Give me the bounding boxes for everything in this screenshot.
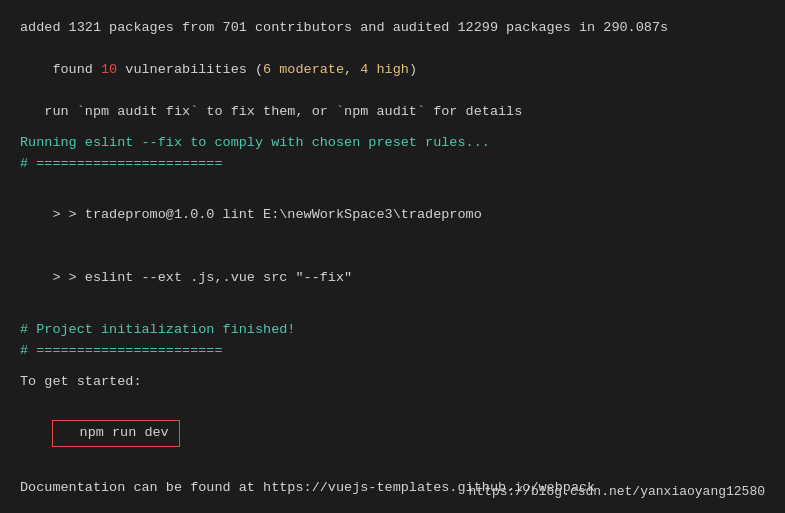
line2-comma: , — [344, 62, 360, 77]
output-line-1: added 1321 packages from 701 contributor… — [20, 18, 765, 39]
terminal-window: added 1321 packages from 701 contributor… — [0, 0, 785, 513]
output-line-2: found 10 vulnerabilities (6 moderate, 4 … — [20, 39, 765, 102]
line2-middle: vulnerabilities ( — [117, 62, 263, 77]
line2-count: 10 — [101, 62, 117, 77]
ps-prompt-line: PS E:\newWorkSpace3\tradepromo> — [20, 508, 765, 513]
npm-run-dev-box: npm run dev — [52, 420, 179, 447]
output-line-5: Running eslint --fix to comply with chos… — [20, 133, 765, 154]
footer-link: https://blog.csdn.net/yanxiaoyang12580 — [469, 484, 765, 499]
line2-mod-label: moderate — [271, 62, 344, 77]
line2-high-label: high — [368, 62, 409, 77]
npm-run-dev-line: npm run dev — [20, 399, 765, 468]
line2-mod-count: 6 — [263, 62, 271, 77]
output-line-6: # ======================= — [20, 154, 765, 175]
output-line-8: > > tradepromo@1.0.0 lint E:\newWorkSpac… — [20, 184, 765, 247]
output-line-14: To get started: — [20, 372, 765, 393]
output-line-11: # Project initialization finished! — [20, 320, 765, 341]
line2-prefix: found — [52, 62, 101, 77]
output-line-12: # ======================= — [20, 341, 765, 362]
output-line-9: > > eslint --ext .js,.vue src "--fix" — [20, 247, 765, 310]
output-line-3: run `npm audit fix` to fix them, or `npm… — [20, 102, 765, 123]
line2-end: ) — [409, 62, 417, 77]
